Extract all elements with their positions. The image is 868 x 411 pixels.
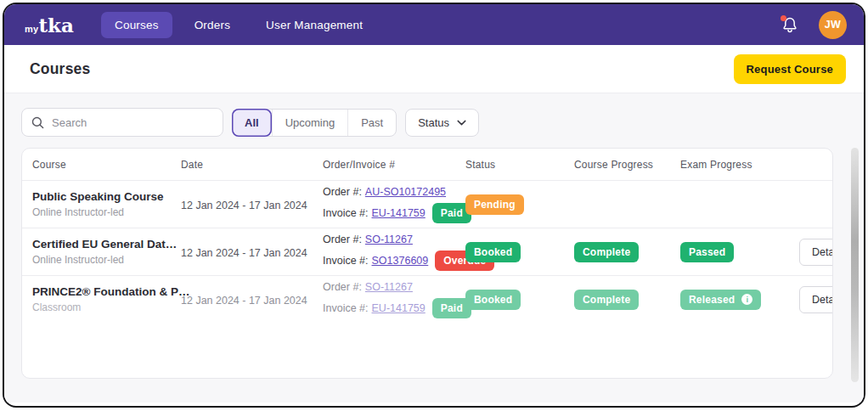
logo-prefix: my bbox=[25, 24, 39, 34]
order-line: Order #:SO-11267 bbox=[323, 234, 465, 245]
table-row: Certified EU General Dat…Online Instruct… bbox=[22, 228, 832, 275]
nav-item-user-management[interactable]: User Management bbox=[252, 12, 376, 38]
filter-tabs: All Upcoming Past bbox=[232, 109, 397, 137]
invoice-number-link[interactable]: SO1376609 bbox=[372, 255, 429, 267]
column-header-course-progress: Course Progress bbox=[574, 159, 680, 171]
order-number-link[interactable]: SO-11267 bbox=[365, 234, 413, 245]
exam-progress-badge: Releasedi bbox=[680, 290, 761, 310]
order-number-link[interactable]: AU-SO10172495 bbox=[365, 186, 446, 198]
course-date: 12 Jan 2024 - 17 Jan 2024 bbox=[181, 247, 307, 259]
course-date: 12 Jan 2024 - 17 Jan 2024 bbox=[181, 295, 307, 307]
page-header: Courses Request Course bbox=[4, 45, 864, 93]
order-number-link[interactable]: SO-11267 bbox=[365, 281, 413, 293]
course-date: 12 Jan 2024 - 17 Jan 2024 bbox=[181, 200, 307, 211]
details-button[interactable]: Details bbox=[799, 286, 833, 313]
request-course-button[interactable]: Request Course bbox=[734, 54, 847, 84]
invoice-line: Invoice #:EU-141759Paid bbox=[323, 298, 465, 318]
tab-past[interactable]: Past bbox=[347, 110, 396, 136]
course-progress-badge: Complete bbox=[574, 290, 639, 310]
column-header-course: Course bbox=[32, 159, 181, 171]
course-name: Public Speaking Course bbox=[32, 190, 181, 203]
invoice-label: Invoice #: bbox=[323, 302, 369, 314]
actions-cell: Details bbox=[799, 239, 833, 266]
order-line: Order #:SO-11267 bbox=[323, 281, 465, 293]
details-button[interactable]: Details bbox=[799, 239, 833, 266]
exam-progress-cell: Passed bbox=[680, 242, 799, 262]
exam-progress-badge: Passed bbox=[680, 242, 734, 262]
status-badge: Booked bbox=[465, 242, 521, 262]
column-header-exam-progress: Exam Progress bbox=[680, 159, 799, 171]
search-icon bbox=[31, 116, 44, 129]
course-name: Certified EU General Dat… bbox=[32, 238, 181, 251]
nav-item-courses[interactable]: Courses bbox=[101, 12, 172, 38]
course-cell: Public Speaking CourseOnline Instructor-… bbox=[32, 190, 181, 218]
course-progress-cell: Complete bbox=[574, 290, 680, 310]
course-name: PRINCE2® Foundation & P… bbox=[32, 285, 181, 298]
status-cell: Pending bbox=[465, 194, 574, 215]
date-cell: 12 Jan 2024 - 17 Jan 2024 bbox=[181, 197, 323, 212]
status-cell: Booked bbox=[465, 290, 574, 310]
invoice-line: Invoice #:SO1376609Overdue bbox=[323, 251, 465, 271]
info-icon[interactable]: i bbox=[741, 294, 752, 305]
table-row: PRINCE2® Foundation & P…Classroom12 Jan … bbox=[22, 275, 832, 323]
status-badge: Pending bbox=[465, 194, 524, 215]
tab-all[interactable]: All bbox=[232, 109, 272, 137]
user-avatar[interactable]: JW bbox=[819, 11, 847, 39]
invoice-number-link[interactable]: EU-141759 bbox=[372, 302, 426, 314]
page-title: Courses bbox=[30, 60, 90, 78]
chevron-down-icon bbox=[457, 120, 466, 126]
notifications-bell-icon[interactable] bbox=[780, 14, 800, 35]
top-navigation-bar: mytka Courses Orders User Management JW bbox=[4, 4, 864, 45]
order-label: Order #: bbox=[323, 281, 362, 293]
search-input[interactable] bbox=[52, 116, 213, 129]
course-progress-cell: Complete bbox=[574, 242, 680, 262]
table-body: Public Speaking CourseOnline Instructor-… bbox=[22, 180, 832, 323]
invoice-line: Invoice #:EU-141759Paid bbox=[323, 203, 465, 223]
status-badge: Booked bbox=[465, 290, 521, 310]
tab-upcoming[interactable]: Upcoming bbox=[272, 110, 348, 136]
actions-cell: Details bbox=[799, 286, 833, 313]
invoice-label: Invoice #: bbox=[323, 255, 369, 267]
column-header-status: Status bbox=[465, 159, 574, 171]
filters-row: All Upcoming Past Status bbox=[21, 108, 847, 137]
column-header-date: Date bbox=[181, 159, 323, 171]
order-invoice-cell: Order #:SO-11267Invoice #:SO1376609Overd… bbox=[323, 234, 465, 271]
course-type: Classroom bbox=[32, 301, 181, 313]
invoice-label: Invoice #: bbox=[323, 207, 369, 219]
course-progress-badge: Complete bbox=[574, 242, 639, 262]
order-invoice-cell: Order #:AU-SO10172495Invoice #:EU-141759… bbox=[323, 186, 465, 223]
invoice-number-link[interactable]: EU-141759 bbox=[372, 207, 426, 219]
status-filter-dropdown[interactable]: Status bbox=[405, 109, 479, 137]
vertical-scrollbar[interactable] bbox=[851, 148, 859, 382]
notification-dot bbox=[781, 15, 786, 21]
column-header-order-invoice: Order/Invoice # bbox=[323, 159, 465, 171]
search-box bbox=[21, 108, 223, 137]
courses-table: Course Date Order/Invoice # Status Cours… bbox=[21, 148, 833, 379]
course-cell: PRINCE2® Foundation & P…Classroom bbox=[32, 285, 181, 313]
order-label: Order #: bbox=[323, 186, 362, 198]
order-invoice-cell: Order #:SO-11267Invoice #:EU-141759Paid bbox=[323, 281, 465, 318]
course-cell: Certified EU General Dat…Online Instruct… bbox=[32, 238, 181, 266]
status-cell: Booked bbox=[465, 242, 574, 262]
date-cell: 12 Jan 2024 - 17 Jan 2024 bbox=[181, 292, 323, 307]
status-dropdown-label: Status bbox=[418, 116, 449, 129]
course-type: Online Instructor-led bbox=[32, 254, 181, 266]
course-type: Online Instructor-led bbox=[32, 206, 181, 218]
main-nav: Courses Orders User Management bbox=[101, 12, 376, 38]
date-cell: 12 Jan 2024 - 17 Jan 2024 bbox=[181, 245, 323, 260]
order-line: Order #:AU-SO10172495 bbox=[323, 186, 465, 198]
table-row: Public Speaking CourseOnline Instructor-… bbox=[22, 180, 832, 228]
nav-item-orders[interactable]: Orders bbox=[181, 12, 244, 38]
exam-progress-cell: Releasedi bbox=[680, 290, 799, 310]
content-area: All Upcoming Past Status Course Date Ord… bbox=[4, 93, 864, 403]
order-label: Order #: bbox=[323, 234, 362, 245]
table-header-row: Course Date Order/Invoice # Status Cours… bbox=[22, 149, 832, 180]
brand-logo[interactable]: mytka bbox=[25, 15, 74, 35]
logo-name: tka bbox=[39, 15, 74, 35]
app-window: mytka Courses Orders User Management JW … bbox=[3, 3, 865, 408]
